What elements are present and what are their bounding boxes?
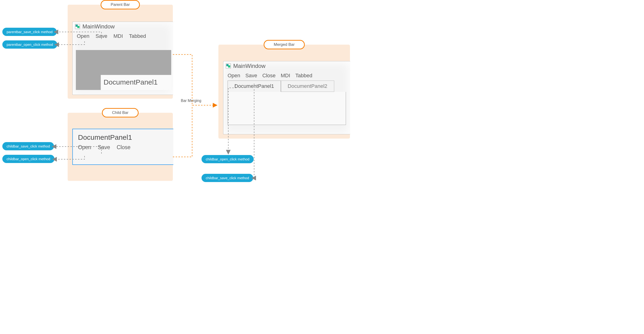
pill-childbar-open: childbar_open_click method	[2, 155, 54, 163]
pill-parentbar-save: parentbar_save_click method	[2, 28, 57, 36]
pill-merged-childbar-open: childbar_open_click method	[202, 155, 254, 163]
parent-mdi-area: DocumentPanel1	[76, 50, 171, 90]
menu-item-mdi[interactable]: MDI	[114, 33, 123, 39]
child-menubar: Open Save Close	[73, 143, 173, 155]
parent-menubar: Open Save MDI Tabbed	[72, 31, 173, 41]
child-menu-close[interactable]: Close	[117, 144, 130, 150]
merged-window-header: MainWindow	[223, 61, 350, 71]
card-child-title: Child Bar	[102, 108, 138, 118]
parent-document-label: DocumentPanel1	[101, 75, 171, 90]
parent-window-header: MainWindow	[72, 22, 173, 31]
tab-documentpanel2[interactable]: DocumentPanel2	[281, 80, 334, 92]
menu-item-open[interactable]: Open	[77, 33, 90, 39]
bar-merging-label: Bar Merging	[181, 99, 201, 103]
card-merged-bar: Merged Bar MainWindow Open Save Close MD…	[218, 45, 350, 138]
parent-window: MainWindow Open Save MDI Tabbed Document…	[72, 22, 173, 95]
diagram-canvas: Parent Bar MainWindow Open Save MDI Tabb…	[0, 0, 357, 195]
pill-childbar-save: childbar_save_click method	[2, 142, 54, 150]
child-document-panel: DocumentPanel1 Open Save Close	[72, 129, 173, 165]
card-parent-bar: Parent Bar MainWindow Open Save MDI Tabb…	[68, 5, 173, 99]
card-child-bar: Child Bar DocumentPanel1 Open Save Close	[68, 113, 173, 181]
merged-content-area	[228, 92, 346, 125]
merged-menu-tabbed[interactable]: Tabbed	[296, 72, 312, 79]
pill-parentbar-open: parentbar_open_click method	[2, 40, 57, 48]
card-parent-title: Parent Bar	[100, 0, 140, 10]
tab-documentpanel1[interactable]: DocumentPanel1	[228, 80, 281, 92]
window-icon	[75, 24, 80, 29]
merged-window-title: MainWindow	[233, 63, 266, 69]
merged-tabs: DocumentPanel1 DocumentPanel2	[223, 80, 350, 92]
merged-menu-close[interactable]: Close	[262, 72, 276, 79]
pill-merged-childbar-save: childbar_save_click method	[202, 174, 253, 182]
child-menu-open[interactable]: Open	[78, 144, 91, 150]
parent-window-title: MainWindow	[82, 23, 114, 30]
child-menu-save[interactable]: Save	[98, 144, 110, 150]
merged-window: MainWindow Open Save Close MDI Tabbed Do…	[223, 61, 350, 134]
merged-menubar: Open Save Close MDI Tabbed	[223, 71, 350, 80]
menu-item-tabbed[interactable]: Tabbed	[129, 33, 146, 39]
merged-menu-open[interactable]: Open	[228, 72, 240, 79]
window-icon	[226, 64, 231, 68]
menu-item-save[interactable]: Save	[96, 33, 107, 39]
merged-menu-mdi[interactable]: MDI	[281, 72, 290, 79]
card-merged-title: Merged Bar	[264, 40, 305, 49]
svg-rect-5	[228, 65, 230, 68]
merged-menu-save[interactable]: Save	[246, 72, 257, 79]
svg-rect-2	[77, 26, 80, 28]
child-doc-title: DocumentPanel1	[73, 129, 173, 143]
